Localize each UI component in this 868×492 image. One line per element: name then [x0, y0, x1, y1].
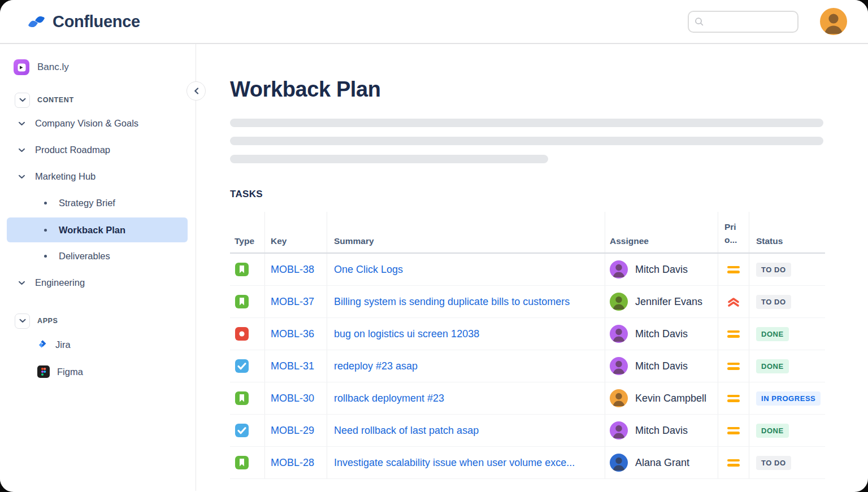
brand-name: Confluence — [53, 12, 140, 31]
assignee-cell: Mitch Davis — [605, 318, 718, 350]
issue-summary-link[interactable]: Investigate scalability issue when user … — [327, 447, 605, 478]
status-badge: TO DO — [756, 263, 791, 277]
chevron-down-icon — [18, 148, 25, 153]
apps-section-label: APPS — [37, 317, 58, 325]
assignee-name: Mitch Davis — [635, 360, 688, 372]
assignee-cell: Mitch Davis — [605, 415, 718, 446]
column-header-summary: Summary — [327, 212, 605, 252]
table-row: MOBL-29 Need rollback of last patch asap… — [230, 415, 825, 447]
sidebar-item-label: Workback Plan — [59, 225, 125, 236]
issue-key-link[interactable]: MOBL-30 — [264, 382, 327, 414]
sidebar-collapse-button[interactable] — [186, 81, 206, 101]
assignee-name: Mitch Davis — [635, 328, 688, 340]
bullet-icon — [44, 255, 47, 258]
issue-type-cell — [230, 447, 264, 478]
sidebar-item-workback-plan[interactable]: Workback Plan — [7, 217, 188, 242]
status-cell: DONE — [749, 415, 825, 446]
status-cell: TO DO — [749, 286, 825, 317]
bullet-icon — [44, 202, 47, 204]
figma-icon — [37, 365, 50, 378]
priority-medium-icon — [727, 330, 740, 338]
issue-type-cell — [230, 382, 264, 414]
sidebar-item-strategy-brief[interactable]: Strategy Brief — [0, 190, 196, 216]
sidebar-item-engineering[interactable]: Engineering — [0, 269, 196, 296]
assignee-name: Jennifer Evans — [635, 296, 702, 308]
space-header[interactable]: Banc.ly — [0, 56, 196, 78]
assignee-name: Alana Grant — [635, 457, 689, 469]
jira-icon — [37, 339, 48, 350]
issue-type-cell — [230, 415, 264, 446]
assignee-name: Mitch Davis — [635, 425, 688, 437]
sidebar-item-jira[interactable]: Jira — [0, 331, 196, 358]
issue-type-icon — [235, 295, 249, 308]
content-collapse-button[interactable] — [15, 93, 30, 108]
table-row: MOBL-31 redeploy #23 asap Mitch Davis DO… — [230, 350, 825, 382]
avatar — [610, 293, 628, 311]
table-row: MOBL-36 bug on logistics ui screen 12038… — [230, 318, 825, 350]
sidebar-item-marketing-hub[interactable]: Marketing Hub — [0, 163, 196, 190]
issue-key-link[interactable]: MOBL-36 — [264, 318, 327, 350]
assignee-name: Mitch Davis — [635, 264, 688, 276]
column-header-priority: Pri o... — [718, 212, 749, 252]
content-section-label: CONTENT — [37, 96, 74, 104]
assignee-cell: Mitch Davis — [605, 350, 718, 382]
confluence-logo-icon — [27, 13, 46, 31]
sidebar-item-label: Jira — [55, 339, 71, 350]
issue-type-cell — [230, 254, 264, 285]
status-badge: DONE — [756, 327, 789, 341]
issue-type-icon — [235, 391, 249, 405]
issue-key-link[interactable]: MOBL-38 — [264, 254, 327, 285]
sidebar-item-product-roadmap[interactable]: Product Roadmap — [0, 137, 196, 163]
status-cell: IN PROGRESS — [749, 382, 825, 414]
issue-summary-link[interactable]: One Click Logs — [327, 254, 605, 285]
chevron-down-icon — [18, 175, 25, 179]
issue-type-icon — [235, 456, 249, 469]
priority-cell — [718, 415, 749, 446]
sidebar-item-deliverables[interactable]: Deliverables — [0, 243, 196, 269]
status-cell: TO DO — [749, 254, 825, 285]
priority-cell — [718, 254, 749, 285]
status-cell: DONE — [749, 350, 825, 382]
sidebar-item-label: Figma — [57, 367, 83, 377]
confluence-logo[interactable]: Confluence — [27, 12, 140, 31]
assignee-name: Kevin Campbell — [635, 393, 706, 404]
issue-summary-link[interactable]: bug on logistics ui screen 12038 — [327, 318, 605, 350]
issue-type-cell — [230, 286, 264, 317]
issue-key-link[interactable]: MOBL-28 — [264, 447, 327, 478]
status-badge: DONE — [756, 424, 789, 438]
issue-key-link[interactable]: MOBL-37 — [264, 286, 327, 317]
issue-key-link[interactable]: MOBL-29 — [264, 415, 327, 446]
chevron-left-icon — [194, 88, 199, 94]
search-box[interactable] — [688, 11, 798, 33]
text-placeholder-bar — [230, 155, 548, 163]
priority-medium-icon — [727, 427, 740, 434]
sidebar-item-label: Strategy Brief — [59, 198, 115, 208]
issue-type-cell — [230, 350, 264, 382]
issue-summary-link[interactable]: redeploy #23 asap — [327, 350, 605, 382]
apps-collapse-button[interactable] — [15, 314, 30, 329]
chevron-down-icon — [19, 319, 26, 323]
chevron-down-icon — [18, 281, 25, 285]
issue-type-icon — [235, 327, 249, 341]
issue-summary-link[interactable]: Billing system is sending duplicate bill… — [327, 286, 605, 317]
priority-cell — [718, 350, 749, 382]
issue-summary-link[interactable]: rollback deployment #23 — [327, 382, 605, 414]
issue-type-icon — [235, 263, 249, 276]
table-row: MOBL-38 One Click Logs Mitch Davis TO DO — [230, 254, 825, 286]
status-badge: IN PROGRESS — [756, 391, 821, 406]
search-input[interactable] — [705, 17, 793, 27]
priority-cell — [718, 286, 749, 317]
issue-summary-link[interactable]: Need rollback of last patch asap — [327, 415, 605, 446]
assignee-cell: Mitch Davis — [605, 254, 718, 285]
priority-high-icon — [727, 296, 740, 308]
priority-medium-icon — [727, 459, 740, 467]
sidebar-item-company-vision[interactable]: Company Vision & Goals — [0, 110, 196, 137]
issue-key-link[interactable]: MOBL-31 — [264, 350, 327, 382]
sidebar-item-figma[interactable]: Figma — [0, 358, 196, 385]
assignee-cell: Jennifer Evans — [605, 286, 718, 317]
sidebar-item-label: Deliverables — [59, 251, 110, 262]
tasks-heading: TASKS — [230, 189, 868, 200]
priority-medium-icon — [727, 395, 740, 402]
user-avatar[interactable] — [820, 8, 847, 35]
priority-cell — [718, 318, 749, 350]
